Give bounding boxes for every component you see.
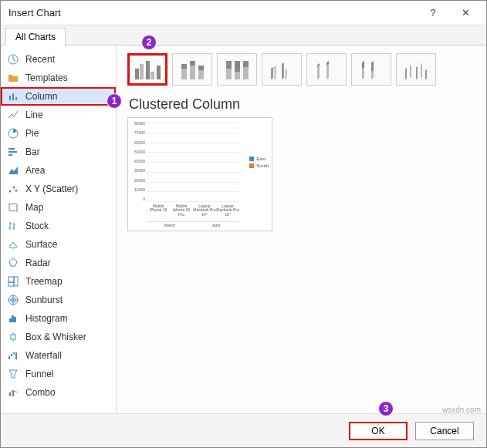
sidebar-item-treemap[interactable]: Treemap	[1, 272, 116, 291]
sidebar-item-label: Waterfall	[25, 350, 62, 361]
svg-rect-25	[12, 391, 14, 396]
sidebar-item-radar[interactable]: Radar	[1, 254, 116, 272]
sidebar-item-label: Surface	[25, 239, 57, 250]
recent-icon	[7, 53, 19, 66]
chart-bars	[147, 123, 239, 201]
subtype-100-stacked-column[interactable]	[217, 53, 257, 86]
sidebar-item-label: Box & Whisker	[25, 332, 86, 342]
svg-rect-12	[14, 277, 18, 286]
svg-rect-20	[8, 356, 10, 359]
sidebar-item-funnel[interactable]: Funnel	[1, 365, 116, 383]
box-icon	[7, 331, 19, 343]
stock-icon	[7, 220, 19, 232]
sidebar-item-label: Recent	[25, 54, 55, 65]
sidebar-item-label: Map	[25, 202, 43, 213]
sidebar-item-combo[interactable]: Combo	[1, 383, 116, 402]
sidebar-item-label: Treemap	[25, 276, 63, 287]
sidebar-item-area[interactable]: Area	[1, 161, 116, 180]
chart-type-sidebar: Recent Templates Column Line Pie Bar Are…	[1, 45, 117, 413]
sidebar-item-bar[interactable]: Bar	[1, 143, 116, 161]
line-icon	[7, 109, 19, 121]
chart-x-axis-labels: Mobile iPhone 15 Mobile Iphone 15 Pro La…	[147, 204, 239, 217]
surface-icon	[7, 238, 19, 251]
sidebar-item-sunburst[interactable]: Sunburst	[1, 291, 116, 309]
sidebar-item-label: Pie	[25, 128, 39, 139]
tab-all-charts[interactable]: All Charts	[5, 28, 66, 45]
svg-rect-35	[198, 70, 204, 79]
sidebar-item-label: Funnel	[25, 369, 54, 379]
svg-rect-2	[12, 93, 14, 100]
sidebar-item-recent[interactable]: Recent	[1, 50, 116, 69]
svg-rect-27	[140, 64, 144, 79]
subtype-3d-clustered-column[interactable]	[262, 53, 302, 86]
svg-rect-5	[8, 148, 15, 150]
sidebar-item-box-whisker[interactable]: Box & Whisker	[1, 328, 116, 346]
help-button[interactable]: ?	[417, 2, 449, 24]
chart-content-pane: Clustered Column 80000 70000 60000 50000…	[117, 45, 486, 413]
watermark: wsxdn.com	[442, 406, 481, 414]
scatter-icon	[7, 183, 19, 195]
sidebar-item-pie[interactable]: Pie	[1, 124, 116, 143]
sidebar-item-label: Line	[25, 109, 43, 120]
folder-icon	[7, 72, 19, 84]
svg-rect-32	[181, 64, 187, 69]
callout-1: 1	[107, 93, 122, 109]
svg-rect-13	[8, 282, 14, 286]
svg-rect-18	[14, 317, 16, 322]
svg-rect-42	[243, 61, 249, 67]
sidebar-item-label: X Y (Scatter)	[25, 184, 78, 194]
column-icon	[7, 90, 19, 103]
sidebar-item-scatter[interactable]: X Y (Scatter)	[1, 180, 116, 198]
sidebar-item-label: Combo	[25, 387, 56, 398]
subtype-3d-100-stacked-column[interactable]	[351, 53, 391, 86]
svg-point-8	[9, 190, 12, 193]
dialog-title: Insert Chart	[8, 7, 417, 19]
subtype-stacked-column[interactable]	[172, 53, 212, 86]
insert-chart-dialog: Insert Chart ? ✕ All Charts Recent Templ…	[0, 0, 487, 448]
sidebar-item-map[interactable]: Map	[1, 198, 116, 217]
sidebar-item-templates[interactable]: Templates	[1, 69, 116, 87]
svg-point-10	[15, 190, 18, 192]
svg-rect-30	[157, 66, 161, 79]
chart-preview[interactable]: 80000 70000 60000 50000 40000 30000 2000…	[127, 117, 272, 231]
titlebar: Insert Chart ? ✕	[1, 1, 486, 25]
bar-icon	[7, 146, 19, 158]
sidebar-item-stock[interactable]: Stock	[1, 217, 116, 235]
sidebar-item-column[interactable]: Column	[1, 87, 116, 106]
dialog-footer: OK Cancel	[1, 413, 486, 447]
sidebar-item-histogram[interactable]: Histogram	[1, 309, 116, 328]
svg-rect-21	[11, 354, 12, 356]
callout-2: 2	[141, 35, 157, 50]
sidebar-item-label: Column	[25, 91, 57, 102]
svg-rect-31	[181, 69, 187, 79]
svg-rect-19	[11, 335, 15, 339]
svg-rect-28	[146, 61, 150, 79]
chart-subtype-row	[127, 53, 475, 86]
svg-point-9	[13, 187, 15, 189]
sidebar-item-label: Sunburst	[25, 295, 63, 305]
map-icon	[7, 201, 19, 214]
sidebar-item-surface[interactable]: Surface	[1, 235, 116, 254]
sunburst-icon	[7, 294, 19, 306]
svg-rect-1	[9, 96, 11, 100]
chart-legend: East South	[249, 157, 269, 170]
ok-button[interactable]: OK	[349, 422, 408, 440]
sidebar-item-line[interactable]: Line	[1, 106, 116, 124]
sidebar-item-label: Histogram	[25, 313, 68, 324]
subtype-3d-stacked-column[interactable]	[306, 53, 347, 86]
svg-rect-40	[235, 61, 240, 72]
area-icon	[7, 164, 19, 177]
svg-rect-22	[13, 352, 15, 354]
waterfall-icon	[7, 349, 19, 362]
dialog-body: Recent Templates Column Line Pie Bar Are…	[1, 45, 486, 413]
close-button[interactable]: ✕	[449, 2, 482, 24]
combo-icon	[7, 386, 19, 399]
svg-rect-23	[15, 352, 17, 359]
cancel-button[interactable]: Cancel	[415, 422, 474, 440]
chart-subtype-title: Clustered Column	[129, 96, 475, 113]
chart-x-categories: March April	[147, 221, 239, 227]
tab-strip: All Charts	[1, 25, 486, 45]
subtype-clustered-column[interactable]	[127, 53, 167, 86]
subtype-3d-column[interactable]	[396, 53, 436, 86]
sidebar-item-waterfall[interactable]: Waterfall	[1, 346, 116, 365]
